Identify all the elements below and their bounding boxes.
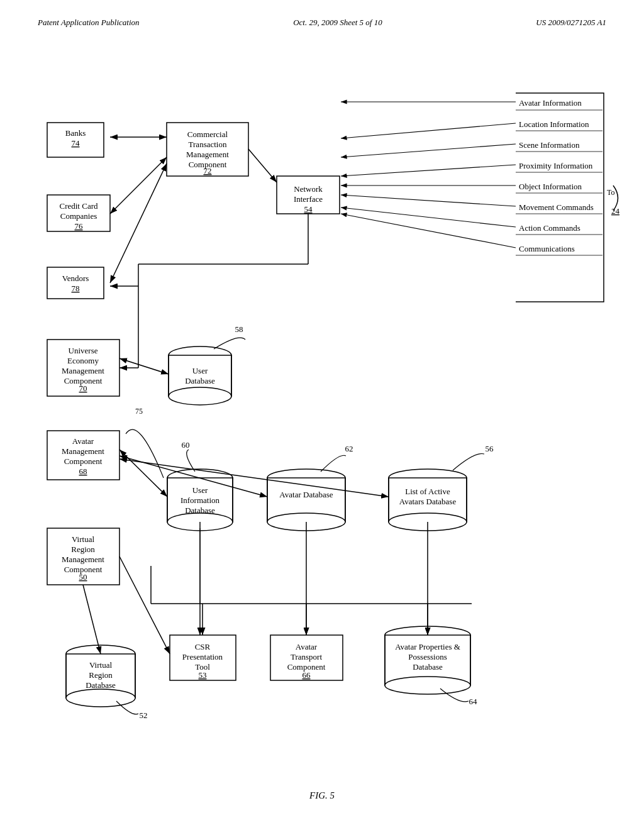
svg-text:Region: Region [71, 545, 95, 554]
svg-point-75 [389, 513, 467, 531]
svg-text:75: 75 [135, 407, 143, 416]
svg-line-123 [341, 208, 516, 227]
svg-rect-89 [385, 635, 470, 685]
svg-line-140 [119, 556, 170, 654]
svg-text:64: 64 [469, 697, 478, 706]
svg-line-126 [110, 157, 167, 214]
svg-text:FIG. 5: FIG. 5 [309, 790, 335, 800]
svg-text:Management: Management [186, 150, 229, 159]
svg-line-118 [341, 123, 516, 138]
svg-point-51 [169, 387, 231, 405]
svg-text:74: 74 [72, 138, 80, 148]
svg-line-122 [341, 195, 516, 206]
svg-text:CSR: CSR [195, 642, 211, 651]
header-right: US 2009/0271205 A1 [536, 18, 606, 28]
svg-line-137 [119, 450, 167, 497]
svg-text:Communications: Communications [519, 244, 575, 253]
svg-text:50: 50 [79, 572, 87, 582]
svg-text:Database: Database [86, 680, 116, 690]
header-center: Oct. 29, 2009 Sheet 5 of 10 [293, 18, 382, 28]
svg-point-64 [267, 469, 345, 487]
svg-text:Avatar Properties &: Avatar Properties & [395, 642, 460, 651]
svg-text:Companies: Companies [60, 211, 97, 221]
svg-text:To: To [607, 188, 615, 197]
svg-text:53: 53 [199, 670, 207, 680]
svg-text:Region: Region [89, 670, 113, 680]
svg-rect-3 [47, 195, 110, 231]
svg-text:Management: Management [62, 366, 104, 375]
svg-text:66: 66 [303, 670, 311, 680]
svg-line-127 [110, 163, 167, 283]
svg-text:Commercial: Commercial [187, 130, 228, 139]
svg-text:52: 52 [140, 711, 148, 720]
svg-rect-65 [267, 478, 345, 522]
svg-line-139 [119, 459, 389, 497]
svg-rect-56 [167, 478, 233, 522]
svg-text:Virtual: Virtual [89, 660, 112, 670]
svg-text:76: 76 [75, 221, 84, 231]
svg-text:Possessions: Possessions [408, 652, 447, 661]
svg-rect-10 [167, 123, 248, 176]
svg-text:Vendors: Vendors [62, 274, 89, 283]
svg-line-124 [341, 214, 516, 248]
svg-text:Component: Component [64, 456, 103, 466]
svg-text:Management: Management [62, 446, 104, 456]
svg-text:70: 70 [79, 384, 87, 393]
svg-text:Banks: Banks [65, 128, 86, 138]
svg-text:Information: Information [180, 495, 220, 505]
svg-text:User: User [192, 366, 208, 375]
svg-rect-72 [389, 478, 467, 522]
header-left: Patent Application Publication [38, 18, 140, 28]
svg-text:72: 72 [204, 166, 212, 175]
svg-text:62: 62 [345, 444, 353, 453]
page: Patent Application Publication Oct. 29, … [0, 0, 644, 830]
svg-text:54: 54 [304, 204, 313, 214]
svg-rect-48 [169, 355, 231, 396]
svg-point-79 [66, 645, 135, 663]
svg-text:Tool: Tool [195, 662, 210, 672]
svg-text:24: 24 [611, 206, 620, 216]
svg-text:User: User [192, 485, 208, 495]
svg-point-68 [267, 513, 345, 531]
svg-text:Avatar Information: Avatar Information [519, 98, 582, 108]
svg-point-83 [66, 689, 135, 707]
svg-point-88 [385, 626, 470, 644]
svg-rect-7 [47, 267, 104, 299]
svg-text:Avatars Database: Avatars Database [399, 497, 457, 506]
svg-text:Database: Database [185, 376, 215, 385]
svg-rect-80 [66, 654, 135, 698]
svg-rect-26 [47, 431, 119, 480]
svg-point-71 [389, 469, 467, 487]
svg-text:Transaction: Transaction [189, 140, 227, 149]
svg-line-120 [341, 165, 516, 176]
svg-text:Component: Component [287, 662, 326, 672]
svg-line-135 [119, 358, 169, 374]
svg-rect-20 [47, 340, 119, 396]
svg-text:56: 56 [486, 444, 494, 453]
svg-rect-37 [170, 635, 236, 680]
svg-text:Component: Component [64, 565, 103, 574]
svg-text:Database: Database [413, 662, 443, 672]
svg-text:Management: Management [62, 555, 104, 564]
svg-text:Interface: Interface [294, 194, 323, 204]
svg-text:Component: Component [64, 376, 103, 385]
svg-text:58: 58 [235, 324, 243, 334]
svg-rect-0 [47, 123, 104, 157]
svg-line-119 [341, 144, 516, 157]
svg-rect-16 [277, 176, 340, 214]
diagram-svg: Banks 74 Credit Card Companies 76 Vendor… [0, 0, 644, 830]
svg-text:Transport: Transport [291, 652, 322, 661]
svg-text:List of Active: List of Active [405, 487, 450, 496]
svg-text:Avatar: Avatar [72, 436, 94, 446]
svg-text:Economy: Economy [67, 356, 99, 365]
svg-text:Movement Commands: Movement Commands [519, 202, 594, 212]
svg-point-55 [167, 469, 233, 487]
svg-point-47 [169, 346, 231, 364]
svg-text:Avatar Database: Avatar Database [279, 490, 333, 499]
svg-point-59 [167, 513, 233, 531]
page-header: Patent Application Publication Oct. 29, … [0, 0, 644, 28]
svg-text:Universe: Universe [69, 346, 98, 355]
svg-text:Database: Database [185, 506, 215, 515]
svg-text:Scene Information: Scene Information [519, 140, 580, 150]
svg-rect-42 [270, 635, 343, 680]
